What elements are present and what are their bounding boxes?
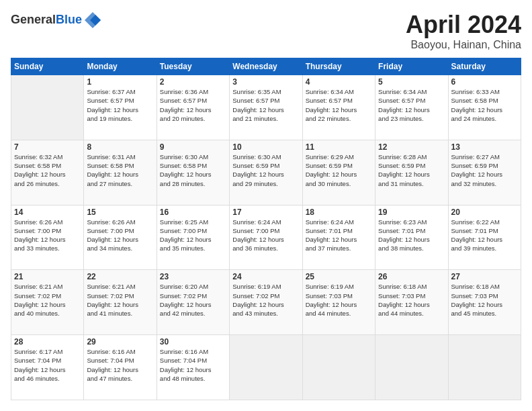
day-number: 23: [160, 272, 226, 281]
calendar-day-cell: 9Sunrise: 6:30 AM Sunset: 6:58 PM Daylig…: [157, 140, 229, 205]
day-info: Sunrise: 6:21 AM Sunset: 7:02 PM Dayligh…: [14, 282, 81, 318]
day-info: Sunrise: 6:28 AM Sunset: 6:59 PM Dayligh…: [378, 152, 445, 188]
weekday-header-cell: Monday: [84, 58, 157, 75]
day-number: 4: [306, 77, 372, 87]
calendar-day-cell: [448, 335, 521, 400]
day-info: Sunrise: 6:26 AM Sunset: 7:00 PM Dayligh…: [87, 218, 153, 253]
day-number: 5: [378, 77, 445, 87]
day-number: 17: [232, 208, 299, 217]
calendar-day-cell: 20Sunrise: 6:22 AM Sunset: 7:01 PM Dayli…: [448, 205, 521, 270]
day-info: Sunrise: 6:18 AM Sunset: 7:03 PM Dayligh…: [451, 282, 518, 318]
calendar-table: SundayMondayTuesdayWednesdayThursdayFrid…: [11, 58, 521, 400]
day-info: Sunrise: 6:18 AM Sunset: 7:03 PM Dayligh…: [378, 282, 445, 318]
calendar-day-cell: [11, 75, 84, 140]
calendar-day-cell: 27Sunrise: 6:18 AM Sunset: 7:03 PM Dayli…: [448, 270, 521, 335]
calendar-day-cell: 3Sunrise: 6:35 AM Sunset: 6:57 PM Daylig…: [230, 75, 302, 140]
calendar-week-row: 21Sunrise: 6:21 AM Sunset: 7:02 PM Dayli…: [11, 270, 521, 335]
calendar-day-cell: 4Sunrise: 6:34 AM Sunset: 6:57 PM Daylig…: [302, 75, 375, 140]
calendar-day-cell: 30Sunrise: 6:16 AM Sunset: 7:04 PM Dayli…: [157, 335, 229, 400]
weekday-header-cell: Tuesday: [157, 58, 229, 75]
page: GeneralBlue April 2024 Baoyou, Hainan, C…: [0, 0, 532, 411]
day-info: Sunrise: 6:37 AM Sunset: 6:57 PM Dayligh…: [87, 87, 153, 123]
day-number: 20: [451, 208, 518, 217]
calendar-day-cell: 1Sunrise: 6:37 AM Sunset: 6:57 PM Daylig…: [84, 75, 157, 140]
day-number: 1: [87, 77, 153, 87]
calendar-day-cell: 8Sunrise: 6:31 AM Sunset: 6:58 PM Daylig…: [84, 140, 157, 205]
logo-icon: [83, 11, 102, 30]
calendar-day-cell: 10Sunrise: 6:30 AM Sunset: 6:59 PM Dayli…: [230, 140, 302, 205]
day-info: Sunrise: 6:32 AM Sunset: 6:58 PM Dayligh…: [14, 152, 81, 188]
day-number: 13: [451, 142, 518, 152]
day-number: 2: [160, 77, 226, 87]
day-info: Sunrise: 6:24 AM Sunset: 7:01 PM Dayligh…: [306, 218, 372, 253]
calendar-day-cell: 23Sunrise: 6:20 AM Sunset: 7:02 PM Dayli…: [157, 270, 229, 335]
calendar-day-cell: 19Sunrise: 6:23 AM Sunset: 7:01 PM Dayli…: [375, 205, 448, 270]
day-number: 3: [232, 77, 299, 87]
calendar-day-cell: 24Sunrise: 6:19 AM Sunset: 7:02 PM Dayli…: [230, 270, 302, 335]
day-number: 25: [306, 272, 372, 281]
day-number: 30: [160, 337, 226, 347]
day-info: Sunrise: 6:36 AM Sunset: 6:57 PM Dayligh…: [160, 87, 226, 123]
calendar-week-row: 7Sunrise: 6:32 AM Sunset: 6:58 PM Daylig…: [11, 140, 521, 205]
day-number: 9: [160, 142, 226, 152]
calendar-day-cell: 26Sunrise: 6:18 AM Sunset: 7:03 PM Dayli…: [375, 270, 448, 335]
day-number: 22: [87, 272, 153, 281]
calendar-day-cell: 2Sunrise: 6:36 AM Sunset: 6:57 PM Daylig…: [157, 75, 229, 140]
header: GeneralBlue April 2024 Baoyou, Hainan, C…: [11, 11, 521, 51]
calendar-day-cell: 7Sunrise: 6:32 AM Sunset: 6:58 PM Daylig…: [11, 140, 84, 205]
weekday-header-cell: Saturday: [448, 58, 521, 75]
calendar-day-cell: 18Sunrise: 6:24 AM Sunset: 7:01 PM Dayli…: [302, 205, 375, 270]
weekday-header-cell: Wednesday: [230, 58, 302, 75]
calendar-day-cell: [375, 335, 448, 400]
calendar-day-cell: 6Sunrise: 6:33 AM Sunset: 6:58 PM Daylig…: [448, 75, 521, 140]
location-title: Baoyou, Hainan, China: [406, 39, 521, 51]
day-number: 6: [451, 77, 518, 87]
weekday-header-cell: Sunday: [11, 58, 84, 75]
weekday-header-row: SundayMondayTuesdayWednesdayThursdayFrid…: [11, 58, 521, 75]
day-number: 7: [14, 142, 81, 152]
month-title: April 2024: [406, 11, 521, 39]
day-number: 24: [232, 272, 299, 281]
day-info: Sunrise: 6:19 AM Sunset: 7:03 PM Dayligh…: [306, 282, 372, 318]
calendar-day-cell: 17Sunrise: 6:24 AM Sunset: 7:00 PM Dayli…: [230, 205, 302, 270]
calendar-day-cell: [230, 335, 302, 400]
calendar-week-row: 28Sunrise: 6:17 AM Sunset: 7:04 PM Dayli…: [11, 335, 521, 400]
calendar-day-cell: 11Sunrise: 6:29 AM Sunset: 6:59 PM Dayli…: [302, 140, 375, 205]
calendar-day-cell: [302, 335, 375, 400]
calendar-day-cell: 16Sunrise: 6:25 AM Sunset: 7:00 PM Dayli…: [157, 205, 229, 270]
weekday-header-cell: Thursday: [302, 58, 375, 75]
day-info: Sunrise: 6:30 AM Sunset: 6:59 PM Dayligh…: [232, 152, 299, 188]
day-info: Sunrise: 6:30 AM Sunset: 6:58 PM Dayligh…: [160, 152, 226, 188]
calendar-day-cell: 14Sunrise: 6:26 AM Sunset: 7:00 PM Dayli…: [11, 205, 84, 270]
day-info: Sunrise: 6:33 AM Sunset: 6:58 PM Dayligh…: [451, 87, 518, 123]
day-number: 15: [87, 208, 153, 217]
day-info: Sunrise: 6:16 AM Sunset: 7:04 PM Dayligh…: [87, 347, 153, 383]
day-number: 16: [160, 208, 226, 217]
day-info: Sunrise: 6:34 AM Sunset: 6:57 PM Dayligh…: [306, 87, 372, 123]
day-info: Sunrise: 6:22 AM Sunset: 7:01 PM Dayligh…: [451, 218, 518, 253]
day-number: 14: [14, 208, 81, 217]
calendar-day-cell: 5Sunrise: 6:34 AM Sunset: 6:57 PM Daylig…: [375, 75, 448, 140]
calendar-day-cell: 15Sunrise: 6:26 AM Sunset: 7:00 PM Dayli…: [84, 205, 157, 270]
day-number: 28: [14, 337, 81, 347]
day-number: 21: [14, 272, 81, 281]
calendar-day-cell: 21Sunrise: 6:21 AM Sunset: 7:02 PM Dayli…: [11, 270, 84, 335]
day-number: 18: [306, 208, 372, 217]
logo-text: GeneralBlue: [11, 13, 82, 27]
calendar-day-cell: 28Sunrise: 6:17 AM Sunset: 7:04 PM Dayli…: [11, 335, 84, 400]
day-info: Sunrise: 6:19 AM Sunset: 7:02 PM Dayligh…: [232, 282, 299, 318]
day-info: Sunrise: 6:31 AM Sunset: 6:58 PM Dayligh…: [87, 152, 153, 188]
day-number: 27: [451, 272, 518, 281]
day-info: Sunrise: 6:27 AM Sunset: 6:59 PM Dayligh…: [451, 152, 518, 188]
day-info: Sunrise: 6:25 AM Sunset: 7:00 PM Dayligh…: [160, 218, 226, 253]
day-number: 11: [306, 142, 372, 152]
calendar-body: 1Sunrise: 6:37 AM Sunset: 6:57 PM Daylig…: [11, 75, 521, 400]
weekday-header-cell: Friday: [375, 58, 448, 75]
day-info: Sunrise: 6:35 AM Sunset: 6:57 PM Dayligh…: [232, 87, 299, 123]
day-number: 19: [378, 208, 445, 217]
day-number: 8: [87, 142, 153, 152]
calendar-day-cell: 25Sunrise: 6:19 AM Sunset: 7:03 PM Dayli…: [302, 270, 375, 335]
logo: GeneralBlue: [11, 11, 102, 30]
calendar-week-row: 1Sunrise: 6:37 AM Sunset: 6:57 PM Daylig…: [11, 75, 521, 140]
day-number: 26: [378, 272, 445, 281]
